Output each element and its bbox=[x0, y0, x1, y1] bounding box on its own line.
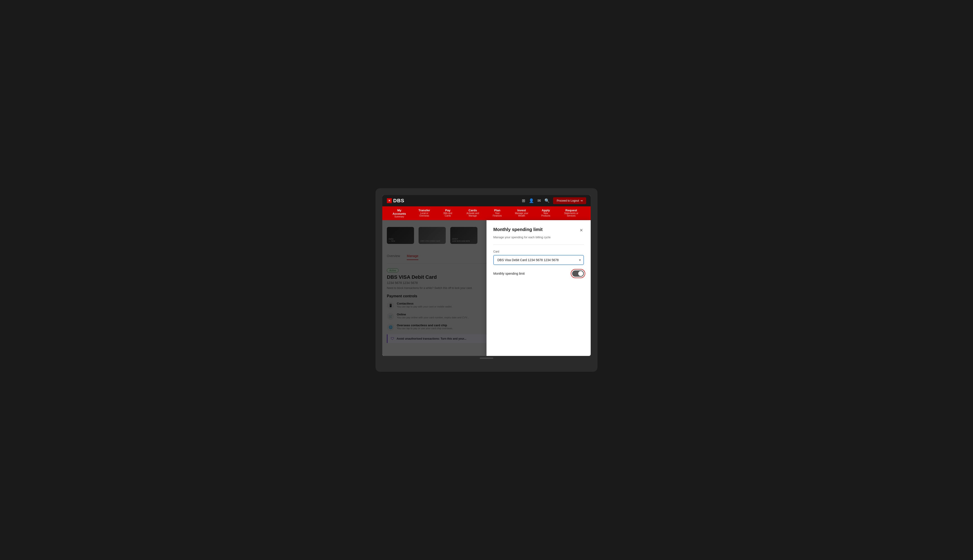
nav-sub-transfer: Local or Overseas bbox=[415, 212, 433, 217]
logo-area: ✕ DBS bbox=[387, 198, 404, 203]
nav-label-plan: Plan bbox=[490, 208, 504, 212]
nav-item-apply[interactable]: Apply New Products bbox=[535, 207, 556, 220]
toggle-wrapper bbox=[572, 270, 584, 277]
nav-sub-my-accounts: Summary bbox=[390, 215, 408, 218]
laptop-bottom bbox=[382, 356, 591, 360]
nav-label-transfer: Transfer bbox=[415, 208, 433, 212]
modal-overlay: Monthly spending limit ✕ Manage your spe… bbox=[382, 220, 591, 356]
nav-sub-plan: Your Finances bbox=[490, 212, 504, 217]
nav-item-cards[interactable]: Cards Activate and Manage bbox=[459, 207, 487, 220]
card-field-label: Card bbox=[493, 250, 584, 253]
nav-sub-request: Statements or Services bbox=[560, 212, 583, 217]
modal-panel: Monthly spending limit ✕ Manage your spe… bbox=[486, 220, 591, 356]
nav-label-invest: Invest bbox=[512, 208, 532, 212]
nav-item-invest[interactable]: Invest Manage your Wealth bbox=[508, 207, 535, 220]
modal-close-button[interactable]: ✕ bbox=[579, 227, 584, 234]
nav-sub-invest: Manage your Wealth bbox=[512, 212, 532, 217]
nav-label-apply: Apply bbox=[539, 208, 553, 212]
nav-sub-apply: New Products bbox=[539, 212, 553, 217]
dbs-brand-name: DBS bbox=[393, 198, 404, 203]
top-bar-icons: ⊞ 👤 ✉ 🔍 Proceed to Logout ⇥ bbox=[522, 197, 586, 204]
nav-label-request: Request bbox=[560, 208, 583, 212]
modal-divider bbox=[493, 244, 584, 245]
top-bar: ✕ DBS ⊞ 👤 ✉ 🔍 Proceed to Logout ⇥ bbox=[382, 195, 591, 207]
modal-header: Monthly spending limit ✕ bbox=[493, 227, 584, 234]
person-icon[interactable]: 👤 bbox=[529, 198, 534, 203]
grid-icon[interactable]: ⊞ bbox=[522, 198, 525, 203]
logout-icon: ⇥ bbox=[580, 199, 583, 202]
nav-label-cards: Cards bbox=[463, 208, 483, 212]
dbs-logo-icon: ✕ bbox=[387, 198, 392, 203]
mail-icon[interactable]: ✉ bbox=[537, 198, 541, 203]
nav-label-my-accounts: My Accounts bbox=[390, 208, 408, 215]
card-select-wrapper: DBS Visa Debit Card 1234 5678 1234 5678 … bbox=[493, 255, 584, 265]
toggle-knob bbox=[578, 271, 583, 276]
nav-item-pay[interactable]: Pay Bills and Cards bbox=[437, 207, 459, 220]
logout-button[interactable]: Proceed to Logout ⇥ bbox=[553, 197, 586, 204]
modal-title: Monthly spending limit bbox=[493, 227, 543, 232]
card-select[interactable]: DBS Visa Debit Card 1234 5678 1234 5678 bbox=[493, 255, 584, 265]
nav-item-plan[interactable]: Plan Your Finances bbox=[487, 207, 508, 220]
modal-subtitle: Manage your spending for each billing cy… bbox=[493, 235, 584, 239]
nav-item-my-accounts[interactable]: My Accounts Summary bbox=[387, 207, 412, 220]
nav-sub-cards: Activate and Manage bbox=[463, 212, 483, 217]
search-icon[interactable]: 🔍 bbox=[545, 198, 550, 203]
nav-item-transfer[interactable]: Transfer Local or Overseas bbox=[412, 207, 437, 220]
monthly-spending-toggle[interactable] bbox=[572, 270, 584, 277]
laptop-notch bbox=[480, 357, 493, 359]
nav-bar: My Accounts Summary Transfer Local or Ov… bbox=[382, 207, 591, 220]
nav-item-request[interactable]: Request Statements or Services bbox=[556, 207, 586, 220]
spending-limit-row: Monthly spending limit bbox=[493, 270, 584, 277]
main-content: Debit — 7074 DBS VISA Debit Card DEBIT 1… bbox=[382, 220, 591, 356]
nav-label-pay: Pay bbox=[441, 208, 455, 212]
nav-sub-pay: Bills and Cards bbox=[441, 212, 455, 217]
spending-limit-label: Monthly spending limit bbox=[493, 272, 525, 275]
